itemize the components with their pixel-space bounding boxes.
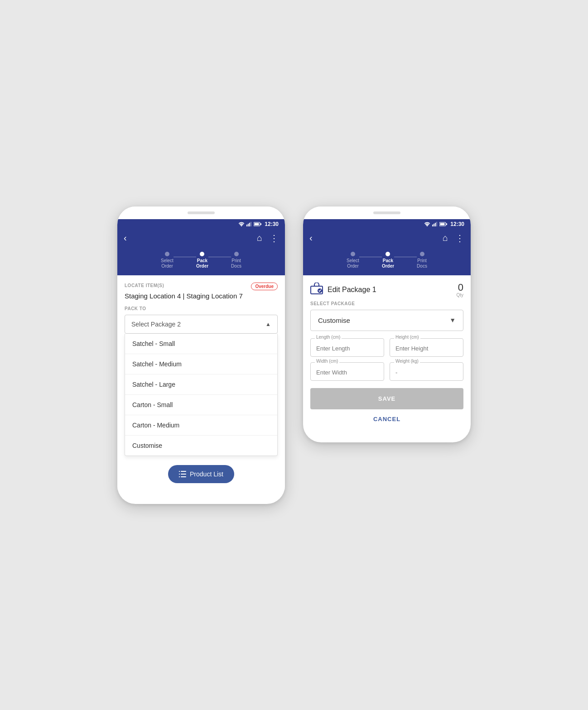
- width-label: Width (cm): [315, 359, 339, 364]
- package-icon: [310, 283, 323, 297]
- phone-2-header-right: ⌂ ⋮: [443, 233, 464, 244]
- dropdown-menu: Satchel - Small Satchel - Medium Satchel…: [125, 334, 278, 456]
- save-button[interactable]: SAVE: [310, 388, 463, 409]
- back-button[interactable]: ‹: [124, 233, 127, 243]
- phone-1-time: 12:30: [265, 221, 279, 227]
- header-right: ⌂ ⋮: [257, 233, 279, 244]
- svg-rect-16: [436, 222, 437, 226]
- select-package-dropdown[interactable]: Select Package 2 ▲: [125, 315, 278, 334]
- phone-2-step-dot-2: [386, 252, 390, 256]
- dropdown-item-satchel-large[interactable]: Satchel - Large: [125, 374, 277, 395]
- phone-1-top-bar: [117, 206, 285, 219]
- svg-rect-6: [260, 223, 261, 225]
- weight-field-group: Weight (kg): [390, 362, 463, 381]
- phone-2: 12:30 ‹ ⌂ ⋮ SelectOrder PackOrder: [303, 206, 471, 442]
- svg-rect-1: [248, 224, 249, 226]
- svg-rect-13: [432, 225, 433, 226]
- product-list-button[interactable]: Product List: [168, 465, 234, 483]
- step-line-1: [174, 257, 196, 257]
- svg-rect-0: [246, 225, 247, 226]
- phone-2-home-button[interactable]: ⌂: [443, 233, 448, 244]
- height-input[interactable]: [390, 338, 463, 357]
- package-select-row: Customise ▼: [303, 310, 471, 331]
- phone-2-back-button[interactable]: ‹: [309, 233, 313, 243]
- locate-header-row: LOCATE ITEM(S) Overdue: [125, 283, 278, 290]
- pack-to-label: PACK TO: [125, 306, 278, 311]
- customise-dropdown[interactable]: Customise ▼: [310, 310, 463, 331]
- menu-button[interactable]: ⋮: [270, 233, 279, 244]
- dropdown-arrow-icon: ▲: [265, 321, 271, 327]
- phone-1-content: LOCATE ITEM(S) Overdue Staging Location …: [117, 275, 285, 490]
- phone-2-step-line-2: [394, 257, 417, 257]
- step-print-docs: PrintDocs: [231, 252, 241, 269]
- svg-rect-3: [251, 222, 251, 226]
- length-input[interactable]: [310, 338, 384, 357]
- phone-2-speaker: [373, 211, 400, 214]
- phone-2-menu-button[interactable]: ⋮: [455, 233, 464, 244]
- customise-value: Customise: [318, 317, 350, 324]
- svg-rect-18: [440, 223, 445, 225]
- svg-rect-15: [435, 223, 436, 226]
- dropdown-item-satchel-medium[interactable]: Satchel - Medium: [125, 354, 277, 374]
- list-icon: [179, 471, 186, 477]
- svg-rect-12: [179, 476, 180, 477]
- step-dot-3: [234, 252, 239, 256]
- phone-2-step-label-2: PackOrder: [382, 258, 394, 269]
- overdue-badge: Overdue: [251, 283, 278, 290]
- length-field-group: Length (cm): [310, 338, 384, 357]
- edit-package-title: Edit Package 1: [328, 286, 376, 294]
- dropdown-arrow-down-icon: ▼: [449, 317, 456, 324]
- wifi-icon: [238, 222, 245, 226]
- dropdown-item-carton-small[interactable]: Carton - Small: [125, 395, 277, 415]
- location-text: Staging Location 4 | Staging Location 7: [125, 292, 278, 300]
- phone-2-step-line-1: [359, 257, 382, 257]
- step-indicator: SelectOrder PackOrder PrintDocs: [124, 248, 279, 275]
- width-input[interactable]: [310, 362, 384, 381]
- phone-2-header-actions: ‹ ⌂ ⋮: [309, 233, 464, 248]
- phone-2-status-icons: [424, 222, 448, 226]
- signal-icon: [246, 222, 252, 226]
- product-list-label: Product List: [190, 470, 223, 478]
- edit-package-left: Edit Package 1: [310, 283, 376, 297]
- phone-2-step-1: SelectOrder: [347, 252, 359, 269]
- step-select-order: SelectOrder: [161, 252, 174, 269]
- phone-2-step-indicator: SelectOrder PackOrder PrintDocs: [309, 248, 464, 275]
- step-dot-2: [200, 252, 204, 256]
- dropdown-item-satchel-small[interactable]: Satchel - Small: [125, 334, 277, 354]
- wifi-icon-2: [424, 222, 430, 226]
- status-icons: [238, 222, 262, 226]
- edit-package-header: Edit Package 1 0 Qty: [303, 275, 471, 301]
- svg-rect-9: [181, 474, 186, 475]
- svg-rect-5: [255, 223, 259, 225]
- select-package-placeholder: Select Package 2: [131, 321, 181, 328]
- svg-rect-11: [181, 476, 186, 477]
- step-line-2: [208, 257, 231, 257]
- phone-2-step-dot-3: [420, 252, 424, 256]
- width-field-group: Width (cm): [310, 362, 384, 381]
- cancel-button[interactable]: CANCEL: [303, 409, 471, 429]
- weight-label: Weight (kg): [394, 359, 420, 364]
- battery-icon: [254, 222, 262, 226]
- phone-2-top-bar: [303, 206, 471, 219]
- edit-package-svg-icon: [310, 283, 323, 294]
- dropdown-item-customise[interactable]: Customise: [125, 436, 277, 456]
- phone-1-speaker: [188, 211, 215, 214]
- svg-rect-7: [181, 471, 186, 472]
- svg-rect-2: [249, 223, 250, 226]
- height-label: Height (cm): [394, 335, 420, 340]
- weight-input[interactable]: [390, 362, 463, 381]
- battery-icon-2: [439, 222, 448, 226]
- qty-label: Qty: [456, 293, 463, 297]
- phone-1: 12:30 ‹ ⌂ ⋮ SelectOrder PackOrder: [117, 206, 285, 504]
- step-label-2: PackOrder: [196, 258, 208, 269]
- locate-label: LOCATE ITEM(S): [125, 283, 164, 288]
- select-package-label: SELECT PACKAGE: [303, 301, 471, 306]
- phone-2-step-3: PrintDocs: [417, 252, 427, 269]
- svg-rect-14: [434, 224, 434, 226]
- dropdown-item-carton-medium[interactable]: Carton - Medium: [125, 415, 277, 436]
- step-pack-order: PackOrder: [196, 252, 208, 269]
- home-button[interactable]: ⌂: [257, 233, 262, 244]
- phone-2-app-header: ‹ ⌂ ⋮ SelectOrder PackOrder: [303, 229, 471, 275]
- header-actions: ‹ ⌂ ⋮: [124, 233, 279, 248]
- phone-2-step-label-3: PrintDocs: [417, 258, 427, 269]
